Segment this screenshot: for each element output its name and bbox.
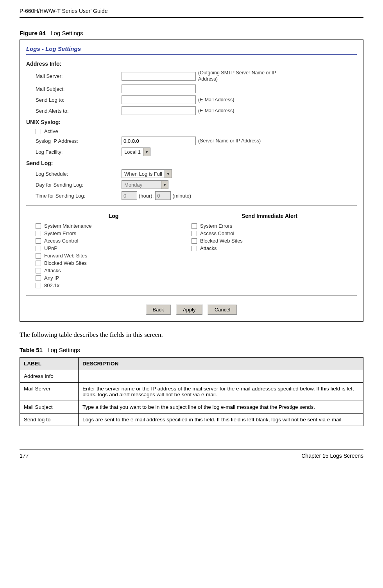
- description-table: LABEL DESCRIPTION Address Info Mail Serv…: [20, 357, 363, 426]
- log-item-label: Access Control: [44, 238, 78, 244]
- log-checkbox-any-ip[interactable]: [36, 275, 41, 281]
- syslog-ip-label: Syslog IP Address:: [36, 138, 122, 144]
- log-schedule-label: Log Schedule:: [36, 171, 122, 177]
- th-description: DESCRIPTION: [79, 358, 363, 370]
- alert-item-label: System Errors: [200, 223, 232, 229]
- apply-button[interactable]: Apply: [176, 304, 203, 315]
- minute-input: [155, 191, 171, 200]
- log-item: Blocked Web Sites: [36, 260, 192, 266]
- log-checkbox-blocked-web[interactable]: [36, 261, 41, 266]
- log-checkbox-forward-web[interactable]: [36, 253, 41, 259]
- cell-desc: Type a title that you want to be in the …: [79, 401, 363, 414]
- log-columns: Log System Maintenance System Errors Acc…: [36, 210, 347, 290]
- hour-input: [122, 191, 137, 200]
- divider-2: [26, 295, 357, 296]
- syslog-active-label: Active: [44, 128, 58, 134]
- log-checkbox-attacks[interactable]: [36, 268, 41, 273]
- mail-subject-label: Mail Subject:: [36, 86, 122, 92]
- chapter-label: Chapter 15 Logs Screens: [301, 453, 363, 459]
- cell-label: Mail Server: [20, 383, 79, 401]
- alert-checkbox-attacks[interactable]: [192, 246, 197, 251]
- table-prefix: Table 51: [20, 347, 43, 353]
- log-facility-value: Local 1: [122, 149, 143, 155]
- guide-title: P-660H/HW/W-T Series User' Guide: [20, 8, 363, 14]
- row-send-alerts-to: Send Alerts to: (E-Mail Address): [36, 106, 357, 115]
- log-facility-select[interactable]: Local 1 ▼: [122, 147, 150, 156]
- send-log-to-input[interactable]: [122, 95, 196, 104]
- section-unix-syslog: UNIX Syslog:: [26, 119, 357, 125]
- alert-checkbox-access-control[interactable]: [192, 231, 197, 236]
- alert-item: Attacks: [192, 245, 347, 251]
- log-checkbox-access-control[interactable]: [36, 238, 41, 244]
- mail-server-input[interactable]: [122, 72, 196, 81]
- log-column: Log System Maintenance System Errors Acc…: [36, 210, 192, 290]
- log-item: Any IP: [36, 275, 192, 281]
- chevron-down-icon: ▼: [165, 170, 172, 178]
- hour-suffix: (hour):: [139, 193, 154, 199]
- row-day-sending: Day for Sending Log: Monday ▼: [36, 180, 357, 189]
- mail-server-hint: (Outgoing SMTP Server Name or IP Address…: [198, 70, 280, 82]
- log-item: 802.1x: [36, 282, 192, 288]
- log-schedule-value: When Log is Full: [122, 171, 165, 177]
- back-button[interactable]: Back: [146, 304, 171, 315]
- table-row: Mail Subject Type a title that you want …: [20, 401, 363, 414]
- table-row: Address Info: [20, 370, 363, 383]
- syslog-active-checkbox[interactable]: [36, 129, 41, 134]
- alert-checkbox-blocked-web[interactable]: [192, 238, 197, 244]
- log-item-label: System Errors: [44, 230, 76, 236]
- alert-item-label: Blocked Web Sites: [200, 238, 243, 244]
- log-checkbox-system-maintenance[interactable]: [36, 223, 41, 229]
- alert-checkbox-system-errors[interactable]: [192, 223, 197, 229]
- cell-desc: Enter the server name or the IP address …: [79, 383, 363, 401]
- minute-suffix: (minute): [172, 193, 191, 199]
- section-send-log: Send Log:: [26, 160, 357, 166]
- alert-column: Send Immediate Alert System Errors Acces…: [192, 210, 347, 290]
- alert-item-label: Attacks: [200, 245, 217, 251]
- log-facility-label: Log Facility:: [36, 149, 122, 155]
- log-checkbox-system-errors[interactable]: [36, 231, 41, 236]
- cancel-button[interactable]: Cancel: [208, 304, 237, 315]
- time-sending-label: Time for Sending Log:: [36, 193, 122, 199]
- chevron-down-icon: ▼: [143, 148, 150, 156]
- mail-subject-input[interactable]: [122, 85, 196, 93]
- table-caption: Table 51 Log Settings: [20, 347, 363, 353]
- figure-prefix: Figure 84: [20, 30, 46, 36]
- figure-caption: Figure 84 Log Settings: [20, 30, 363, 36]
- row-send-log-to: Send Log to: (E-Mail Address): [36, 95, 357, 104]
- panel-title: Logs - Log Settings: [26, 45, 357, 52]
- log-item-label: UPnP: [44, 245, 57, 251]
- log-item-label: Any IP: [44, 275, 59, 281]
- log-item-label: Blocked Web Sites: [44, 260, 87, 266]
- log-schedule-select[interactable]: When Log is Full ▼: [122, 169, 172, 178]
- chevron-down-icon: ▼: [161, 181, 168, 189]
- figure-title: Log Settings: [50, 30, 83, 36]
- log-item-label: Forward Web Sites: [44, 253, 87, 259]
- log-item: Access Control: [36, 238, 192, 244]
- cell-label: Address Info: [20, 370, 79, 383]
- log-item: Forward Web Sites: [36, 253, 192, 259]
- log-checkbox-upnp[interactable]: [36, 246, 41, 251]
- row-log-facility: Log Facility: Local 1 ▼: [36, 147, 357, 156]
- alert-item: Access Control: [192, 230, 347, 236]
- log-item-label: Attacks: [44, 268, 61, 273]
- send-alerts-to-input[interactable]: [122, 106, 196, 115]
- syslog-ip-input[interactable]: [122, 137, 196, 145]
- page-number: 177: [20, 453, 29, 459]
- day-sending-label: Day for Sending Log:: [36, 182, 122, 188]
- send-log-to-hint: (E-Mail Address): [198, 97, 234, 102]
- log-item: UPnP: [36, 245, 192, 251]
- table-title: Log Settings: [47, 347, 80, 353]
- table-row: Send log to Logs are sent to the e-mail …: [20, 414, 363, 426]
- day-sending-select: Monday ▼: [122, 180, 168, 189]
- screenshot-panel: Logs - Log Settings Address Info: Mail S…: [20, 40, 363, 322]
- log-item-label: 802.1x: [44, 282, 59, 288]
- cell-desc: Logs are sent to the e-mail address spec…: [79, 414, 363, 426]
- alert-item-label: Access Control: [200, 230, 234, 236]
- mail-server-label: Mail Server:: [36, 73, 122, 79]
- send-alerts-to-hint: (E-Mail Address): [198, 108, 234, 113]
- syslog-ip-hint: (Server Name or IP Address): [198, 138, 261, 144]
- send-log-to-label: Send Log to:: [36, 97, 122, 103]
- alert-item: System Errors: [192, 223, 347, 229]
- alert-column-header: Send Immediate Alert: [192, 213, 347, 219]
- log-checkbox-8021x[interactable]: [36, 283, 41, 288]
